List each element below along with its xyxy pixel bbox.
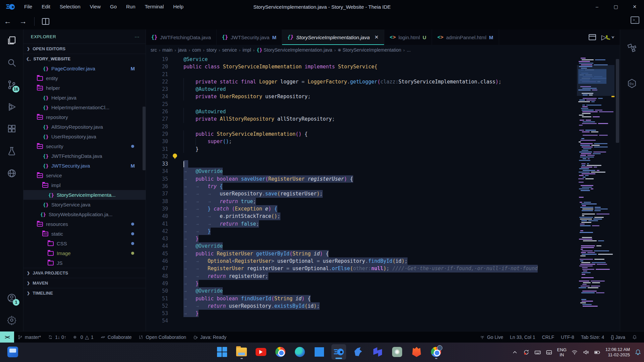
taskbar-dolphin-icon[interactable]: [351, 344, 366, 360]
open-editors-section[interactable]: ❯ OPEN EDITORS: [23, 44, 146, 54]
tray-chevron-up-icon[interactable]: [512, 349, 518, 356]
statusbar-collaborate[interactable]: Collaborate: [97, 331, 135, 343]
code-line[interactable]: 51public boolean findUserId(String id) {: [146, 295, 577, 302]
widgets-icon[interactable]: [7, 347, 18, 357]
crumb-overflow[interactable]: ...: [407, 47, 411, 53]
taskbar-chrome-icon[interactable]: [273, 344, 288, 360]
code-line[interactable]: 45public RegisterUser getUserById(String…: [146, 250, 577, 257]
hex-0x-icon[interactable]: 0x: [620, 72, 644, 95]
extensions-icon[interactable]: [0, 118, 23, 140]
statusbar-notifications[interactable]: [629, 331, 641, 343]
workspace-root[interactable]: ❮˽ STORY_WEBSITE: [23, 54, 146, 64]
editor-scrollbar[interactable]: [615, 56, 620, 331]
tree-item-userrepository-java[interactable]: {}UserRepository.java: [23, 132, 146, 141]
tree-item-jwtfetchingdata-java[interactable]: {}JWTFetchingData.java: [23, 151, 146, 161]
taskbar-youtube-icon[interactable]: [254, 344, 268, 360]
tray-keyboard-icon[interactable]: [534, 349, 541, 356]
code-line[interactable]: 19@Service: [146, 56, 577, 63]
run-debug-icon[interactable]: [0, 96, 23, 118]
statusbar-java-status[interactable]: Java: Ready: [190, 331, 230, 343]
code-line[interactable]: 34@Override: [146, 168, 577, 175]
wifi-icon[interactable]: [571, 349, 578, 356]
code-line[interactable]: 48return registerUser;: [146, 273, 577, 280]
code-line[interactable]: 29public StoryServiceImplementation() {: [146, 130, 577, 138]
crumb-symbol[interactable]: StoryServiceImplementation: [342, 47, 401, 53]
forward-arrow-icon[interactable]: →: [15, 17, 31, 26]
tree-item-image[interactable]: Image: [23, 248, 146, 258]
code-line[interactable]: 28: [146, 123, 577, 130]
lightbulb-icon[interactable]: [173, 154, 177, 158]
statusbar-sync-changes[interactable]: 1↓ 0↑: [44, 331, 69, 343]
code-line[interactable]: 42}: [146, 228, 577, 235]
tree-item-storywebsiteapplication-ja-[interactable]: {}StoryWebsiteApplication.ja...: [23, 209, 146, 219]
section-timeline[interactable]: ❯TIMELINE: [23, 288, 146, 298]
tree-item-css[interactable]: CSS: [23, 239, 146, 248]
remote-indicator[interactable]: ><: [0, 331, 14, 343]
taskbar-vscode-icon[interactable]: [312, 344, 327, 360]
code-line[interactable]: 49}: [146, 280, 577, 287]
tree-item-resources[interactable]: resources: [23, 219, 146, 229]
settings-gear-icon[interactable]: [0, 309, 23, 331]
tree-item-security[interactable]: security: [23, 141, 146, 151]
code-line[interactable]: 31}: [146, 145, 577, 153]
menu-edit[interactable]: Edit: [37, 0, 55, 13]
close-tab-icon[interactable]: ✕: [374, 34, 379, 40]
code-line[interactable]: 26@Autowired: [146, 108, 577, 115]
code-line[interactable]: 41return false;: [146, 220, 577, 228]
test-flask-icon[interactable]: [0, 140, 23, 162]
code-line[interactable]: 35public boolean saveUser(RegisterUser r…: [146, 175, 577, 183]
minimap[interactable]: [577, 56, 614, 331]
tab-jwtsecurity-java[interactable]: {}JWTSecurity.javaM: [217, 29, 282, 45]
crumb-service[interactable]: service: [222, 47, 237, 53]
code-line[interactable]: 52return userRepository.existsById(id);: [146, 302, 577, 310]
run-debug-file-icon[interactable]: ▷🐛⮟: [601, 33, 614, 41]
battery-icon[interactable]: [594, 349, 601, 356]
tree-item-helperimplementationcl-[interactable]: {}HelperImplementationCl...: [23, 103, 146, 112]
crumb-com[interactable]: com: [192, 47, 201, 53]
tree-item-js[interactable]: JS: [23, 258, 146, 268]
statusbar-tab-size[interactable]: Tab Size: 4: [578, 331, 607, 343]
statusbar-eol[interactable]: CRLF: [539, 331, 558, 343]
code-line[interactable]: 25: [146, 101, 577, 108]
statusbar-encoding[interactable]: UTF-8: [557, 331, 578, 343]
crumb-story[interactable]: story: [207, 47, 217, 53]
code-line[interactable]: 20public class StoryServiceImplementatio…: [146, 63, 577, 70]
split-editor-layout-icon[interactable]: [42, 18, 49, 25]
explorer-more-icon[interactable]: ···: [135, 34, 140, 39]
code-line[interactable]: 33: [146, 160, 577, 168]
tree-item-entity[interactable]: entity: [23, 73, 146, 83]
sidebar-scrollbar[interactable]: [143, 107, 146, 170]
split-editor-icon[interactable]: [589, 34, 596, 40]
code-line[interactable]: 24private UserRepository userRepository;: [146, 93, 577, 100]
class-diagram-icon[interactable]: [620, 37, 644, 59]
volume-icon[interactable]: [583, 349, 589, 356]
tree-item-impl[interactable]: impl: [23, 180, 146, 190]
statusbar-problems[interactable]: 0△1: [70, 331, 97, 343]
tab-jwtfetchingdata-java[interactable]: {}JWTFetchingData.java: [146, 29, 217, 45]
crumb-file[interactable]: StoryServiceImplementation.java: [264, 47, 332, 53]
maximize-button[interactable]: ▢: [606, 0, 625, 13]
code-line[interactable]: 47RegisterUser registerUser = userOption…: [146, 265, 577, 272]
minimize-button[interactable]: –: [588, 0, 606, 13]
tree-item-service[interactable]: service: [23, 171, 146, 180]
taskbar-chatgpt-icon[interactable]: ✺: [390, 344, 405, 360]
code-line[interactable]: 23@Autowired: [146, 85, 577, 93]
code-line[interactable]: 32: [146, 153, 577, 160]
tray-sync-icon[interactable]: [523, 349, 530, 356]
crumb-java[interactable]: java: [178, 47, 187, 53]
taskbar-explorer-icon[interactable]: [234, 344, 249, 360]
account-icon[interactable]: 1: [0, 287, 23, 309]
tree-item-storyserviceimplementa-[interactable]: {}StoryServiceImplementa...: [23, 190, 146, 200]
crumb-impl[interactable]: impl: [243, 47, 251, 53]
code-line[interactable]: 30super();: [146, 138, 577, 145]
menu-run[interactable]: Run: [121, 0, 140, 13]
taskbar-brave-icon[interactable]: [409, 344, 424, 360]
code-line[interactable]: 46Optional<RegisterUser> userOptional = …: [146, 257, 577, 265]
code-line[interactable]: 40e.printStackTrace();: [146, 213, 577, 220]
tree-item-static[interactable]: static: [23, 229, 146, 239]
tree-item-pagecontroller-java[interactable]: {}PageController.javaM: [23, 64, 146, 73]
code-line[interactable]: 54: [146, 317, 577, 324]
source-control-icon[interactable]: 16: [0, 74, 23, 96]
tree-item-storyservice-java[interactable]: {}StoryService.java: [23, 200, 146, 209]
code-line[interactable]: 53}: [146, 310, 577, 317]
